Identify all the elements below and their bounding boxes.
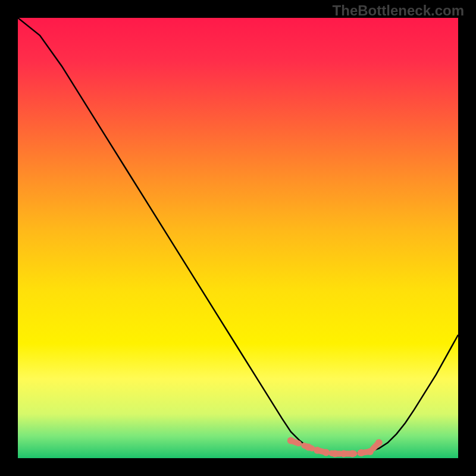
optimal-markers-group <box>287 437 383 457</box>
curve-svg <box>18 18 458 458</box>
optimal-marker-dot <box>314 447 321 454</box>
bottleneck-curve-path <box>18 18 458 454</box>
optimal-marker-dot <box>349 450 356 458</box>
optimal-marker-dot <box>340 450 347 458</box>
optimal-marker-dot <box>322 449 330 456</box>
chart-container: TheBottleneck.com <box>0 0 476 476</box>
optimal-marker-dot <box>358 449 365 456</box>
optimal-marker-dot <box>367 448 374 455</box>
plot-area <box>18 18 458 458</box>
optimal-marker-dot <box>331 450 339 458</box>
optimal-marker-dot <box>305 444 312 451</box>
watermark-text: TheBottleneck.com <box>333 2 464 19</box>
optimal-marker-dot <box>375 439 383 446</box>
optimal-marker-dot <box>287 437 295 444</box>
